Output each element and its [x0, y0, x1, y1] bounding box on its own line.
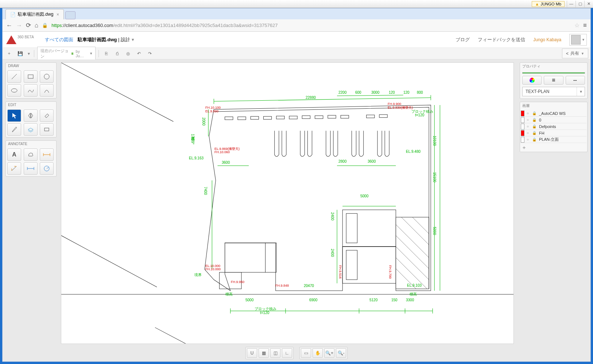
- trim-tool[interactable]: [40, 123, 54, 136]
- extents-button[interactable]: ▭: [301, 348, 311, 358]
- avatar-dropdown[interactable]: ▼: [569, 34, 587, 46]
- visibility-icon[interactable]: ○: [524, 118, 531, 122]
- copy-button[interactable]: ⎘: [102, 49, 111, 58]
- add-layer-button[interactable]: ＋: [520, 144, 587, 152]
- lock-icon[interactable]: 🔒: [531, 111, 538, 115]
- svg-line-13: [61, 63, 173, 121]
- svg-rect-25: [328, 115, 336, 118]
- copy-tool[interactable]: [24, 123, 38, 136]
- layer-row[interactable]: ○🔒_AutoCAD WS: [521, 110, 586, 117]
- zoom-in-button[interactable]: 🔍+: [324, 348, 334, 358]
- svg-rect-20: [263, 116, 271, 119]
- annotate-panel-title: ANNOTATE: [6, 141, 56, 147]
- level-label: FH.9.516: [338, 265, 342, 279]
- dim-label: 7400: [204, 187, 208, 195]
- style-dropdown[interactable]: TEXT-PLAN ▾: [522, 87, 585, 96]
- reload-icon[interactable]: ⟳: [26, 22, 31, 29]
- url-field[interactable]: https://client.autocad360.com/edit.html#…: [51, 23, 571, 28]
- breadcrumb-root[interactable]: すべての図面: [45, 36, 73, 43]
- menu-icon[interactable]: ≡: [583, 22, 587, 29]
- lock-icon[interactable]: 🔒: [531, 131, 538, 135]
- erase-tool[interactable]: [40, 109, 54, 122]
- arc-tool[interactable]: [40, 84, 54, 97]
- svg-rect-33: [342, 247, 396, 283]
- line-tool[interactable]: [7, 70, 21, 83]
- save-button[interactable]: 💾: [16, 49, 24, 58]
- drawing-canvas[interactable]: 22880 2200 600 3000 120 120 800 2000 EL.…: [61, 62, 514, 344]
- close-button[interactable]: ✕: [584, 1, 593, 7]
- layer-row[interactable]: ○🔒0: [521, 117, 586, 123]
- svg-line-43: [412, 217, 429, 233]
- nav-feedback[interactable]: フィードバックを送信: [478, 36, 525, 43]
- left-panels: DRAW EDIT: [5, 62, 57, 177]
- dim-label: 3300: [406, 298, 414, 302]
- svg-line-42: [402, 217, 429, 245]
- dim-label: 2400: [330, 249, 334, 257]
- minimize-button[interactable]: —: [567, 1, 575, 7]
- level-label: EL.9.839(擁壁天): [388, 105, 413, 110]
- forward-icon[interactable]: →: [16, 22, 22, 29]
- annotate-panel: ANNOTATE A: [5, 140, 57, 177]
- visibility-icon[interactable]: ○: [524, 111, 531, 115]
- bookmark-icon[interactable]: ☆: [574, 22, 580, 29]
- username[interactable]: Jungo Kabaya: [533, 37, 561, 42]
- select-tool[interactable]: [7, 109, 21, 122]
- ellipse-tool[interactable]: [7, 84, 21, 97]
- snap-button[interactable]: ∟: [282, 348, 292, 358]
- layer-row[interactable]: ○🔒FH: [521, 130, 586, 136]
- ortho-button[interactable]: ◫: [270, 348, 280, 358]
- eyedropper-tool[interactable]: [7, 123, 21, 136]
- dim-label: 5000: [360, 194, 368, 198]
- visibility-icon[interactable]: ○: [524, 138, 531, 142]
- dim-linear-tool[interactable]: [40, 148, 54, 161]
- autocad-logo-icon: [6, 35, 16, 45]
- lock-icon[interactable]: 🔒: [531, 124, 538, 128]
- new-button[interactable]: ＋: [5, 49, 13, 58]
- grid-button[interactable]: ▦: [259, 348, 269, 358]
- save-dropdown[interactable]: ▾: [27, 49, 31, 58]
- zoom-out-button[interactable]: 🔍-: [336, 348, 346, 358]
- visibility-icon[interactable]: ○: [524, 131, 531, 135]
- note-label: t=120: [415, 113, 424, 117]
- app-toolbar: ＋ 💾 ▾ 現在のバージョン by Ju… ▾ ⎘ ⎙ ◎ ↶ ↷ < 共有 ▼: [3, 48, 590, 59]
- dim-h-tool[interactable]: [24, 162, 38, 175]
- plot-button[interactable]: ◎: [124, 49, 132, 58]
- lineweight-button[interactable]: ≡: [544, 76, 563, 85]
- bottom-toolbar: U ▦ ◫ ∟ ▭ ✋ 🔍+ 🔍-: [245, 347, 348, 359]
- layer-row[interactable]: ○🔒Defpoints: [521, 123, 586, 130]
- redo-button[interactable]: ↷: [146, 49, 154, 58]
- circle-tool[interactable]: [40, 70, 54, 83]
- level-label: FH.10.100: [205, 106, 221, 109]
- lock-icon[interactable]: 🔒: [531, 138, 538, 142]
- dim-label: 20470: [304, 284, 314, 288]
- home-icon[interactable]: ⌂: [35, 22, 38, 29]
- polyline-tool[interactable]: [24, 84, 38, 97]
- dim-aligned-tool[interactable]: [7, 162, 21, 175]
- back-icon[interactable]: ←: [6, 22, 12, 29]
- linetype-button[interactable]: ┄: [566, 76, 585, 85]
- edit-panel: EDIT: [5, 101, 57, 138]
- version-selector[interactable]: 現在のバージョン by Ju… ▾: [37, 47, 96, 61]
- undo-button[interactable]: ↶: [135, 49, 143, 58]
- nav-blog[interactable]: ブログ: [456, 36, 470, 43]
- print-button[interactable]: ⎙: [113, 49, 121, 58]
- maximize-button[interactable]: ▢: [575, 1, 584, 7]
- text-tool[interactable]: A: [7, 148, 21, 161]
- share-button[interactable]: < 共有 ▼: [562, 49, 588, 58]
- layer-row[interactable]: ○🔒PLAN-立面: [521, 136, 586, 143]
- color-picker-button[interactable]: [522, 76, 542, 85]
- svg-line-39: [396, 247, 429, 280]
- tab-close-icon[interactable]: ×: [57, 12, 59, 17]
- visibility-icon[interactable]: ○: [524, 124, 531, 128]
- lock-icon[interactable]: 🔒: [531, 118, 538, 122]
- browser-tab[interactable]: 📄 駐車場計画図.dwg ×: [5, 9, 64, 19]
- file-icon: 📄: [10, 12, 16, 17]
- rect-tool[interactable]: [24, 70, 38, 83]
- pan-button[interactable]: ✋: [313, 348, 323, 358]
- units-button[interactable]: U: [247, 348, 257, 358]
- cloud-tool[interactable]: [24, 148, 38, 161]
- dim-radius-tool[interactable]: [40, 162, 54, 175]
- dim-label: 5000: [433, 227, 437, 235]
- new-tab-button[interactable]: [65, 11, 75, 19]
- mirror-tool[interactable]: [24, 109, 38, 122]
